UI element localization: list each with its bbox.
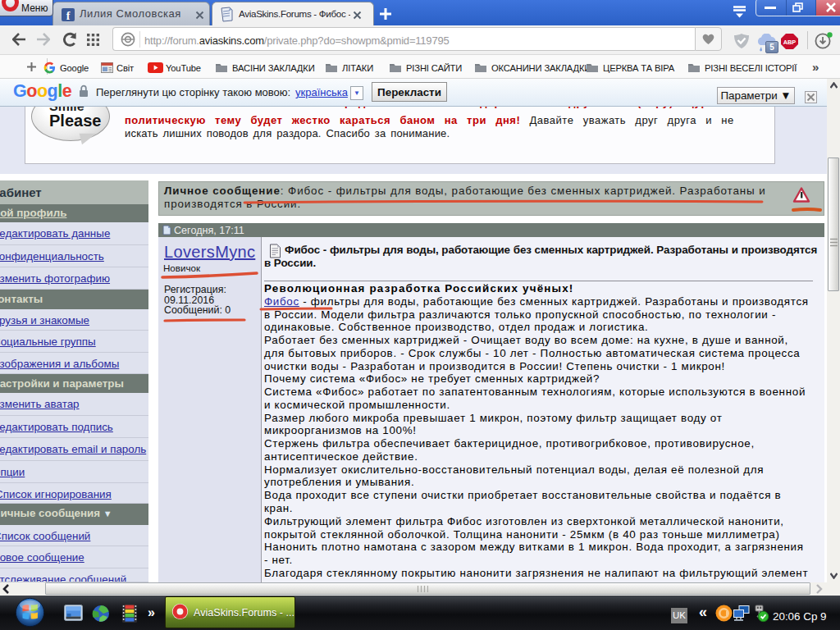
svg-text:ABP: ABP [783, 39, 797, 46]
